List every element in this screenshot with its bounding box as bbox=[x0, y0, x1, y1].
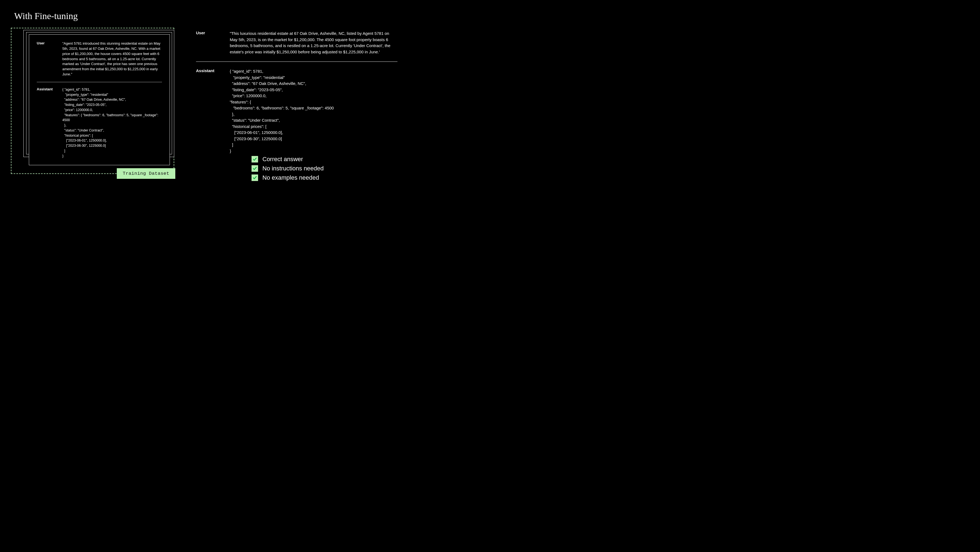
user-row: User "Agent 5781 introduced this stunnin… bbox=[37, 41, 162, 77]
assistant-message-text: { "agent_id": 5781, "property_type": "re… bbox=[62, 87, 162, 159]
check-icon bbox=[251, 175, 258, 181]
user-message-text: "Agent 5781 introduced this stunning res… bbox=[62, 41, 162, 77]
example-card: User "Agent 5781 introduced this stunnin… bbox=[29, 34, 170, 165]
role-label-user: User bbox=[196, 30, 223, 35]
page-title: With Fine-tuning bbox=[14, 11, 969, 21]
benefit-item: Correct answer bbox=[251, 156, 398, 163]
inference-panel: User "This luxurious residential estate … bbox=[196, 28, 398, 183]
training-dataset-panel: User "Agent 5781 introduced this stunnin… bbox=[11, 28, 174, 174]
assistant-message-text: { "agent_id": 5781, "property_type": "re… bbox=[230, 68, 398, 154]
assistant-row: Assistant { "agent_id": 5781, "property_… bbox=[196, 68, 398, 183]
benefit-item: No examples needed bbox=[251, 174, 398, 181]
benefit-label: Correct answer bbox=[262, 156, 303, 163]
role-label-user: User bbox=[37, 41, 56, 45]
divider bbox=[37, 82, 162, 82]
role-label-assistant: Assistant bbox=[196, 68, 223, 73]
check-icon bbox=[251, 156, 258, 162]
dashed-container: User "Agent 5781 introduced this stunnin… bbox=[11, 28, 174, 174]
benefit-label: No examples needed bbox=[262, 174, 319, 181]
card-stack: User "Agent 5781 introduced this stunnin… bbox=[15, 34, 170, 165]
benefits-list: Correct answer No instructions needed No… bbox=[251, 156, 398, 181]
benefit-item: No instructions needed bbox=[251, 165, 398, 172]
user-message-text: "This luxurious residential estate at 67… bbox=[230, 30, 398, 55]
benefit-label: No instructions needed bbox=[262, 165, 324, 172]
training-dataset-badge: Training Dataset bbox=[117, 168, 175, 179]
assistant-row: Assistant { "agent_id": 5781, "property_… bbox=[37, 87, 162, 159]
user-row: User "This luxurious residential estate … bbox=[196, 30, 398, 55]
check-icon bbox=[251, 165, 258, 172]
role-label-assistant: Assistant bbox=[37, 87, 56, 91]
